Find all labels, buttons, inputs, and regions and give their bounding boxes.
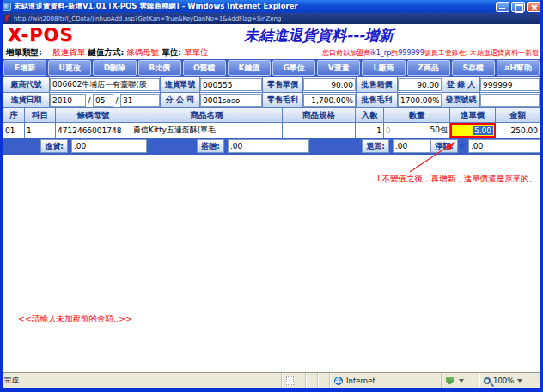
date-sep-1: / — [86, 93, 93, 107]
branch-label: 分 公 司 — [161, 93, 200, 107]
row-unit-price-selected[interactable]: 5.00 — [473, 126, 493, 135]
delete-button[interactable]: D刪除 — [93, 60, 136, 76]
net-total-input[interactable] — [468, 139, 540, 153]
key-value-button[interactable]: K鍵值 — [228, 60, 271, 76]
page-content: X-POS 未結進退貨資料---增新 增單類型: 一般進貨單 鍵值方式: 條碼母… — [3, 24, 540, 372]
row-subject: 1 — [25, 123, 56, 138]
retail-price-input[interactable] — [303, 78, 356, 91]
minimize-button[interactable] — [496, 2, 509, 12]
unit-label: 單位: — [162, 47, 181, 57]
operator-cell — [480, 77, 540, 92]
update-button[interactable]: U更改 — [48, 60, 91, 76]
subheader-row: 增單類型: 一般進貨單 鍵值方式: 條碼母號 單位: 單單位 您目前以加盟商ik… — [6, 46, 539, 58]
phishing-filter-panel[interactable] — [442, 373, 479, 388]
row-amount: 250.00 — [496, 123, 540, 138]
unit-button[interactable]: G單位 — [272, 60, 315, 76]
vendor-input[interactable] — [50, 78, 160, 91]
annotation-arrow-icon — [389, 136, 467, 177]
retail-price-cell — [303, 77, 357, 92]
status-bar: 完成 Internet 100% — [0, 372, 543, 388]
branch-cell — [200, 93, 263, 107]
add-button[interactable]: E增新 — [3, 60, 46, 76]
date-month-cell — [93, 93, 113, 107]
purchase-total-label: 進貨: — [40, 139, 68, 153]
row-spec — [283, 123, 356, 138]
date-year-input[interactable] — [50, 94, 86, 107]
login-suffix: 號員工登錄在: 未結進退貨資料—新增 — [424, 49, 539, 57]
invoice-input[interactable] — [480, 94, 540, 107]
type-value: 一般進貨單 — [45, 47, 86, 57]
box-price-input[interactable] — [398, 78, 442, 91]
row-seq: 01 — [3, 123, 25, 138]
date-day-input[interactable] — [120, 94, 160, 107]
login-info: 您目前以加盟商ik1_rp的999999號員工登錄在: 未結進退貨資料—新增 — [322, 48, 539, 58]
date-label: 進貨日期 — [3, 93, 50, 107]
status-page-panel — [282, 373, 306, 388]
help-button[interactable]: aH幫助 — [497, 60, 540, 76]
close-button[interactable] — [527, 2, 540, 12]
retail-margin-cell — [303, 93, 357, 107]
col-qty: 數量 — [384, 108, 450, 122]
browser-window: 未結進退貨資料-新增V1.01 [X-POS 雲端商務網] - Windows … — [0, 0, 543, 392]
type-label: 增單類型: — [6, 47, 42, 57]
zoom-level: 100% — [493, 377, 514, 385]
address-bar[interactable]: http://win2008/tr/I_CData/jinhuoAdd.asp?… — [0, 13, 543, 24]
key-value: 條碼母號 — [126, 47, 159, 57]
shield-icon — [446, 377, 454, 385]
col-subject: 科目 — [25, 108, 56, 122]
annotation-note: L不變值之後，再增新，進單價還是原來的。 — [377, 174, 537, 185]
vendor-cell — [50, 77, 161, 92]
invoice-label: 發票號碼 — [442, 93, 480, 107]
login-mid: 的 — [391, 49, 398, 57]
box-price-label: 批售箱價 — [357, 77, 398, 92]
page-title: 未結進退貨資料---增新 — [140, 26, 497, 46]
page-icon — [286, 376, 294, 385]
ie-favicon-icon — [3, 3, 11, 11]
date-year-cell — [50, 93, 86, 107]
retail-price-label: 零售單價 — [263, 77, 303, 92]
box-price-cell — [398, 77, 442, 92]
status-spacer-1 — [306, 373, 318, 388]
form-row-1: 廠商代號 進貨單號 零售單價 批售箱價 登 錄 人 — [3, 77, 540, 93]
order-no-input[interactable] — [200, 78, 262, 91]
retail-margin-input[interactable] — [303, 94, 356, 107]
date-day-cell — [120, 93, 161, 107]
order-no-label: 進貨單號 — [161, 77, 200, 92]
key-label: 鍵值方式: — [88, 47, 124, 57]
branch-input[interactable] — [200, 94, 262, 107]
col-seq: 序 — [3, 108, 25, 122]
retail-margin-label: 零售毛利 — [263, 93, 303, 107]
row-per-pack: 1 — [356, 123, 384, 138]
compare-price-button[interactable]: B比價 — [138, 60, 181, 76]
zoom-control[interactable]: 100% — [479, 373, 543, 388]
check-qty-button[interactable]: V查量 — [317, 60, 360, 76]
gift-total-input[interactable] — [228, 139, 309, 153]
toolbar: E增新 U更改 D刪除 B比價 O舊檔 K鍵值 G單位 V查量 L廠商 Z商品 … — [3, 59, 540, 77]
maximize-button[interactable] — [511, 2, 525, 12]
login-employee: 999999 — [398, 49, 424, 57]
date-month-input[interactable] — [93, 94, 113, 107]
title-bar[interactable]: 未結進退貨資料-新增V1.01 [X-POS 雲端商務網] - Windows … — [0, 0, 543, 13]
row-qty-zero: 0 — [386, 126, 391, 135]
login-prefix: 您目前以加盟商 — [322, 49, 370, 57]
product-button[interactable]: Z商品 — [407, 60, 450, 76]
order-no-cell — [200, 77, 263, 92]
vendor-button[interactable]: L廠商 — [362, 60, 405, 76]
wholesale-margin-input[interactable] — [398, 94, 442, 107]
status-text: 完成 — [0, 373, 282, 388]
internet-globe-icon — [334, 377, 343, 385]
form-row-2: 進貨日期 / / 分 公 司 零售毛利 批售毛利 發票號碼 — [3, 93, 540, 108]
operator-label: 登 錄 人 — [442, 77, 480, 92]
save-button[interactable]: S存檔 — [452, 60, 495, 76]
row-name: 勇信Kitty五連蛋酥(單毛 — [131, 123, 283, 138]
old-file-button[interactable]: O舊檔 — [183, 60, 226, 76]
status-spacer-2 — [318, 373, 330, 388]
date-sep-2: / — [113, 93, 120, 107]
col-amount: 金額 — [496, 108, 540, 122]
vendor-label: 廠商代號 — [3, 77, 50, 92]
operator-input[interactable] — [480, 78, 540, 91]
invoice-cell — [480, 93, 540, 107]
address-lightning-icon — [4, 15, 10, 22]
zoom-caret-icon — [517, 379, 522, 383]
purchase-total-input[interactable] — [71, 139, 147, 153]
